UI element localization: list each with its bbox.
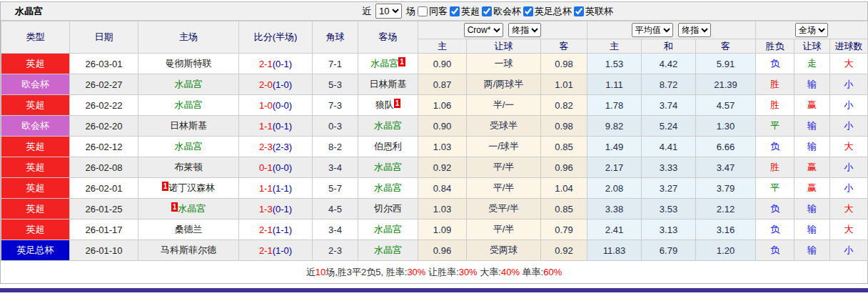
result-cell: 负 [756,199,794,219]
team-name: 水晶宫 [175,99,203,110]
table-row: 英超26-02-12水晶宫2-3(2-3)8-2伯恩利1.03一/球半0.851… [1,137,868,157]
result-cell: 负 [756,137,794,157]
summary-segment: 近 [306,266,316,279]
league-0-checkbox[interactable] [450,6,460,16]
eu-draw-odds: 5.24 [642,116,696,137]
eu-home-odds: 11.83 [587,240,642,261]
corner-score: 5-3 [313,74,358,95]
summary-segment: 让胜率: [425,266,458,279]
full-time-score: 2-3 [259,142,273,152]
table-row: 英超26-02-22水晶宫1-0(0-0)7-3狼队11.06半/一0.821.… [1,95,868,116]
bottom-divider-bar [0,288,868,292]
recent-count-select[interactable]: 10 [375,4,402,19]
half-time-score: (2-3) [273,142,292,152]
red-card-badge: 1 [162,182,169,191]
full-time-score: 2-1 [259,224,273,235]
match-date: 26-02-12 [70,137,138,157]
corner-score: 0-3 [313,116,358,137]
corner-score: 5-7 [313,178,358,199]
table-row: 英超26-02-011诺丁汉森林1-1(1-1)5-7水晶宫0.84平/半1.0… [1,178,868,199]
eu-home-odds: 1.78 [587,95,642,116]
header-row-groups: 类型 日期 主场 比分(半场) 角球 客场 Crow* 终指 平均值 终指 [1,21,868,39]
ah-away-odds: 0.98 [541,54,587,74]
eu-home-odds: 2.17 [587,157,642,178]
home-team-cell: 日林斯基 [138,116,239,137]
team-name: 马科斯菲尔德 [161,245,216,255]
team-name: 桑德兰 [175,224,203,235]
ah-home-odds: 0.96 [418,240,467,261]
ah-home-odds: 0.84 [418,178,467,199]
ah-away-odds: 0.85 [541,137,587,157]
eu-away-odds: 5.91 [696,54,756,74]
home-team-cell: 曼彻斯特联 [138,54,239,74]
team-name: 切尔西 [374,203,402,214]
league-badge: 英超 [1,199,70,219]
handicap-result-cell: 赢 [794,95,830,116]
team-name: 水晶宫 [175,79,203,89]
goals-result-cell: 小 [830,116,868,137]
eu-draw-odds: 3.74 [642,95,696,116]
full-time-score: 1-3 [259,204,273,214]
league-1-checkbox[interactable] [482,6,492,16]
home-team-cell: 1诺丁汉森林 [138,178,239,199]
league-0-filter[interactable]: 英超 [450,5,480,18]
ah-home-odds: 0.90 [418,54,467,74]
table-row: 英超26-02-08布莱顿0-1(0-0)3-4水晶宫0.92平/半0.962.… [1,157,868,178]
eu-away-odds: 1.30 [696,116,756,137]
corner-score: 7-3 [313,95,358,116]
summary-segment: 40% [501,267,520,277]
home-team-cell: 桑德兰 [138,219,239,240]
result-cell: 负 [756,54,794,74]
score-cell: 0-1(0-0) [239,157,313,178]
euro-average-select[interactable]: 平均值 [632,23,673,37]
team-name: 布莱顿 [175,162,203,172]
euro-index-select[interactable]: 终指 [678,23,711,37]
league-3-filter[interactable]: 英联杯 [574,5,613,18]
goals-result-cell: 小 [830,95,868,116]
summary-segment: 60% [543,267,562,277]
col-header-ah-away: 客 [541,39,587,54]
col-header-ah-home: 主 [418,39,467,54]
match-date: 26-01-17 [70,219,138,240]
away-team-cell: 伯恩利 [358,137,418,157]
ah-line: 半/一 [467,95,541,116]
match-table-body: 英超26-03-01曼彻斯特联2-1(0-1)7-1水晶宫10.90一球0.98… [1,54,868,261]
score-cell: 2-3(2-3) [239,137,313,157]
ah-line: 平/半 [467,178,541,199]
col-header-eu-away: 客 [696,39,756,54]
match-date: 26-03-01 [70,54,138,74]
ah-line: 平/半 [467,157,541,178]
league-badge: 英足总杯 [1,240,70,261]
summary-segment: 单率: [520,266,543,279]
half-time-score: (1-1) [273,224,292,235]
crown-index-select[interactable]: 终指 [508,23,541,37]
scope-select[interactable]: 全场 [795,23,828,37]
scope-group: 全场 [756,21,868,39]
summary-segment: 场,胜3平2负5, 胜率: [326,266,407,279]
corner-score: 3-4 [313,157,358,178]
league-3-label: 英联杯 [585,5,613,18]
summary-segment: 10 [316,267,326,277]
league-badge: 英超 [1,157,70,178]
league-3-checkbox[interactable] [574,6,584,16]
score-cell: 2-0(1-0) [239,74,313,95]
handicap-result-cell: 输 [794,74,830,95]
ah-away-odds: 0.85 [541,199,587,219]
ah-away-odds: 0.92 [541,240,587,261]
same-away-checkbox[interactable] [418,6,428,16]
col-header-goals: 进球数 [830,39,868,54]
stats-table-panel: 水晶宫 近 10 场 同客英超欧会杯英足总杯英联杯 类型 日期 [0,1,868,284]
ah-line: 受两球 [467,240,541,261]
league-badge: 英超 [1,95,70,116]
league-2-filter[interactable]: 英足总杯 [523,5,572,18]
goals-result-cell: 大 [830,219,868,240]
half-time-score: (0-1) [273,121,292,132]
league-1-filter[interactable]: 欧会杯 [482,5,521,18]
league-2-checkbox[interactable] [523,6,533,16]
eu-draw-odds: 3.53 [642,199,696,219]
same-away-filter[interactable]: 同客 [418,5,448,18]
away-team-cell: 水晶宫 [358,178,418,199]
bookmaker-select[interactable]: Crow* [464,23,503,37]
corner-score: 2-3 [313,240,358,261]
euro-odds-group: 平均值 终指 [587,21,756,39]
